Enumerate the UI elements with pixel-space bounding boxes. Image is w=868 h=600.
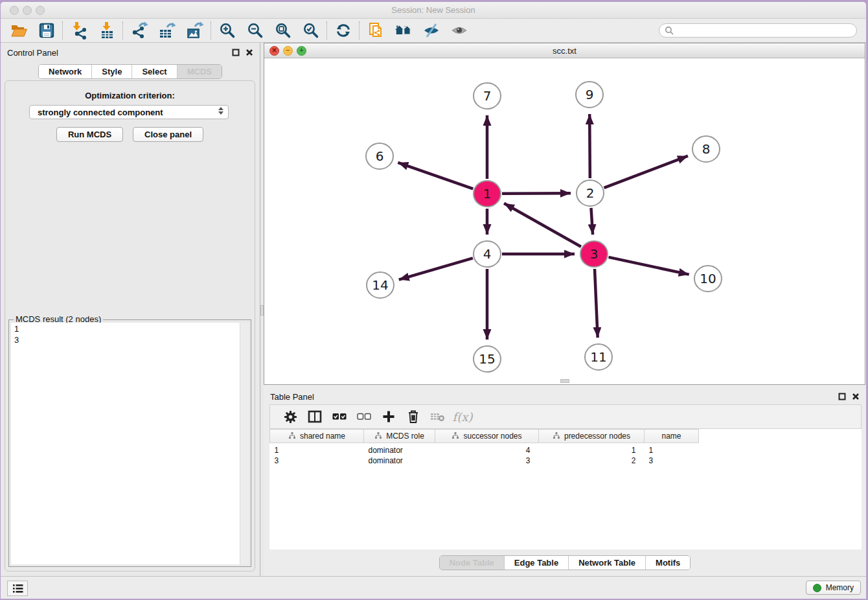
graph-edge-3-1[interactable] <box>504 203 581 247</box>
titlebar: Session: New Session <box>1 2 866 19</box>
table-row[interactable]: 3dominator323 <box>270 456 862 466</box>
export-table-icon[interactable] <box>153 20 181 41</box>
memory-status-icon <box>813 584 821 592</box>
search-box[interactable] <box>659 23 857 38</box>
graph-edge-4-14[interactable] <box>399 258 473 279</box>
table-cell[interactable]: 2 <box>539 456 645 466</box>
graph-edge-2-8[interactable] <box>604 156 688 188</box>
unchecked-boxes-icon[interactable] <box>352 407 376 426</box>
result-scrollbar[interactable] <box>240 323 249 564</box>
table-cell[interactable]: 1 <box>539 443 645 456</box>
network-graph[interactable]: 7968124314101511 <box>264 58 865 384</box>
export-network-icon[interactable] <box>125 20 153 41</box>
table-row[interactable]: 1dominator411 <box>270 443 862 456</box>
import-table-icon[interactable] <box>93 20 120 41</box>
task-list-button[interactable] <box>7 581 28 596</box>
search-input[interactable] <box>677 25 851 36</box>
tab-node-table[interactable]: Node Table <box>440 556 505 570</box>
column-header-name[interactable]: name <box>645 430 699 443</box>
tree-icon <box>288 432 296 441</box>
table-cell[interactable]: 3 <box>645 456 699 466</box>
graph-edge-1-2[interactable] <box>502 193 571 194</box>
status-bar: Memory <box>1 576 866 599</box>
tab-edge-table[interactable]: Edge Table <box>505 556 569 570</box>
result-line: 1 <box>11 323 249 334</box>
function-icon[interactable]: f(x) <box>450 407 475 426</box>
close-panel-icon[interactable] <box>852 393 860 400</box>
mcds-result-area[interactable]: 13 <box>11 323 249 564</box>
export-image-icon[interactable] <box>181 20 209 41</box>
network-window-titlebar[interactable]: ✕ − + scc.txt <box>264 43 865 58</box>
tree-icon <box>374 432 382 441</box>
graph-edge-2-9[interactable] <box>589 114 590 178</box>
close-panel-icon[interactable] <box>246 49 253 56</box>
float-panel-icon[interactable] <box>838 393 846 400</box>
zoom-out-icon[interactable] <box>241 20 269 41</box>
chevron-up-down-icon <box>218 107 223 115</box>
column-header-shared-name[interactable]: shared name <box>270 430 364 443</box>
result-line: 3 <box>11 334 249 345</box>
tab-network[interactable]: Network <box>39 65 92 78</box>
table-cell[interactable]: 1 <box>645 443 699 456</box>
toolbar-separator <box>326 21 327 40</box>
clone-network-icon[interactable] <box>361 20 389 41</box>
gear-icon[interactable] <box>278 407 303 426</box>
network-resize-grip[interactable] <box>560 379 569 383</box>
save-icon[interactable] <box>32 20 60 41</box>
tab-mcds[interactable]: MCDS <box>177 65 222 78</box>
graph-node-label-3: 3 <box>590 246 599 262</box>
tab-style[interactable]: Style <box>92 65 132 78</box>
zoom-fit-icon[interactable] <box>269 20 297 41</box>
checked-boxes-icon[interactable] <box>327 407 352 426</box>
table-cell[interactable]: 4 <box>435 443 539 456</box>
criterion-dropdown[interactable]: strongly connected component <box>29 105 229 119</box>
table-cell[interactable]: dominator <box>364 443 435 456</box>
eye-icon[interactable] <box>445 20 473 41</box>
trash-icon[interactable] <box>401 407 426 426</box>
import-network-icon[interactable] <box>65 20 93 41</box>
column-header-successor-nodes[interactable]: successor nodes <box>435 430 539 443</box>
column-label: predecessor nodes <box>564 432 630 441</box>
memory-label: Memory <box>826 583 854 592</box>
tab-network-table[interactable]: Network Table <box>569 556 646 570</box>
refresh-icon[interactable] <box>329 20 357 41</box>
toolbar-separator <box>359 21 360 40</box>
graph-edge-1-6[interactable] <box>398 163 473 189</box>
houses-icon[interactable] <box>389 20 417 41</box>
tab-select[interactable]: Select <box>132 65 177 78</box>
zoom-in-icon[interactable] <box>213 20 241 41</box>
graph-edge-2-3[interactable] <box>591 208 593 235</box>
column-header-mcds-role[interactable]: MCDS role <box>364 430 435 443</box>
graph-edge-3-11[interactable] <box>595 269 598 338</box>
table-panel: Table Panel <box>264 387 866 577</box>
mcds-result-fieldset: MCDS result (2 nodes) 13 <box>8 319 251 567</box>
node-table[interactable]: shared nameMCDS rolesuccessor nodesprede… <box>269 429 862 549</box>
memory-button[interactable]: Memory <box>806 581 861 595</box>
column-label: MCDS role <box>386 432 424 441</box>
graph-edge-3-10[interactable] <box>608 257 689 275</box>
table-cell-filler <box>699 456 862 466</box>
close-panel-button[interactable]: Close panel <box>133 127 203 142</box>
table-cell[interactable]: 3 <box>435 456 539 466</box>
toolbar-separator <box>122 21 123 40</box>
tab-motifs[interactable]: Motifs <box>646 556 690 570</box>
criterion-dropdown-value: strongly connected component <box>38 108 163 117</box>
column-label: name <box>661 432 681 441</box>
graph-node-label-4: 4 <box>483 246 492 262</box>
table-cell[interactable]: dominator <box>364 456 435 466</box>
graph-node-label-9: 9 <box>586 87 594 102</box>
toolbar-separator <box>62 21 63 40</box>
open-folder-icon[interactable] <box>5 20 32 41</box>
table-cell[interactable]: 1 <box>270 443 364 456</box>
column-split-icon[interactable] <box>303 407 327 426</box>
table-cell[interactable]: 3 <box>270 456 364 466</box>
run-mcds-button[interactable]: Run MCDS <box>56 127 123 142</box>
delete-table-icon[interactable] <box>426 407 450 426</box>
plus-icon[interactable] <box>376 407 401 426</box>
zoom-selected-icon[interactable] <box>297 20 325 41</box>
network-canvas[interactable]: 7968124314101511 <box>264 58 865 384</box>
column-header-predecessor-nodes[interactable]: predecessor nodes <box>539 430 645 443</box>
eye-slash-icon[interactable] <box>417 20 445 41</box>
float-panel-icon[interactable] <box>232 49 240 56</box>
graph-node-label-2: 2 <box>586 185 595 201</box>
